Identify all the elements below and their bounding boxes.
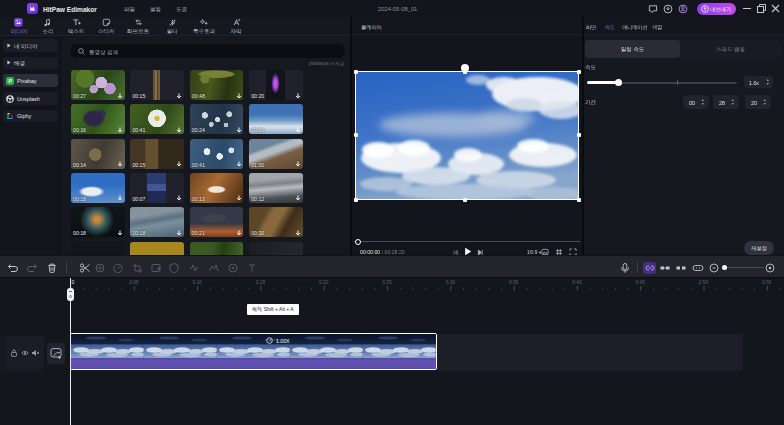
svg-text:0:20: 0:20 xyxy=(319,280,329,285)
svg-text:0:45: 0:45 xyxy=(636,280,646,285)
svg-text:0:10: 0:10 xyxy=(192,280,202,285)
svg-text:0:25: 0:25 xyxy=(382,280,392,285)
svg-text:0: 0 xyxy=(72,279,75,285)
svg-text:0:40: 0:40 xyxy=(572,280,582,285)
svg-text:0:05: 0:05 xyxy=(129,280,139,285)
svg-text:0:35: 0:35 xyxy=(509,280,519,285)
svg-text:0:30: 0:30 xyxy=(446,280,456,285)
svg-text:0:55: 0:55 xyxy=(762,280,772,285)
svg-text:0:50: 0:50 xyxy=(699,280,709,285)
svg-text:0:15: 0:15 xyxy=(256,280,266,285)
